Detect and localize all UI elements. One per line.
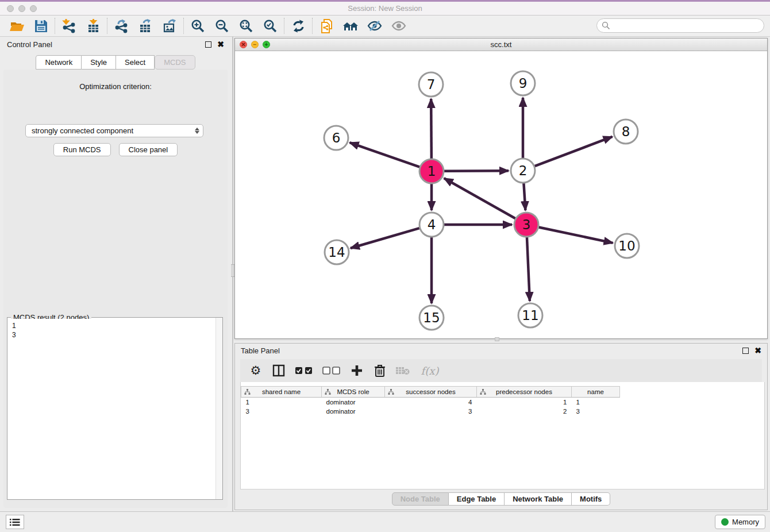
delete-row-button[interactable] bbox=[372, 363, 387, 378]
criterion-dropdown[interactable]: strongly connected component bbox=[25, 124, 203, 137]
column-view-button[interactable] bbox=[271, 363, 286, 378]
add-row-button[interactable] bbox=[349, 363, 364, 378]
column-header-MCDS-role[interactable]: MCDS role bbox=[322, 387, 385, 398]
table-cell[interactable]: 1 bbox=[572, 398, 620, 407]
memory-button[interactable]: Memory bbox=[715, 515, 765, 529]
float-panel-icon[interactable] bbox=[205, 41, 211, 48]
table-row[interactable]: 1dominator411 bbox=[241, 398, 620, 407]
edge-3-1[interactable] bbox=[444, 178, 515, 218]
main-toolbar bbox=[0, 16, 770, 37]
tab-style[interactable]: Style bbox=[82, 55, 116, 70]
edge-1-2[interactable] bbox=[444, 171, 509, 171]
delete-table-icon bbox=[395, 365, 410, 376]
refresh-icon bbox=[291, 18, 306, 34]
node-label-2: 2 bbox=[519, 163, 528, 178]
toolbar-separator bbox=[284, 18, 284, 34]
node-table-area[interactable]: shared nameMCDS rolesuccessor nodesprede… bbox=[240, 382, 765, 489]
tab-network[interactable]: Network bbox=[36, 55, 82, 70]
close-panel-icon[interactable]: ✖ bbox=[217, 41, 224, 48]
column-sort-icon bbox=[325, 389, 331, 395]
node-table[interactable]: shared nameMCDS rolesuccessor nodesprede… bbox=[241, 386, 620, 416]
column-header-shared-name[interactable]: shared name bbox=[241, 387, 322, 398]
save-floppy-icon bbox=[33, 18, 48, 33]
export-table-icon bbox=[138, 18, 153, 34]
table-cell[interactable]: 4 bbox=[385, 398, 477, 407]
table-cell[interactable]: dominator bbox=[322, 407, 385, 416]
table-cell[interactable]: 3 bbox=[572, 407, 620, 416]
edge-3-10[interactable] bbox=[539, 228, 613, 243]
export-table-button[interactable] bbox=[133, 17, 157, 35]
import-network-button[interactable] bbox=[57, 17, 81, 35]
zoom-fit-button[interactable] bbox=[234, 17, 258, 35]
graph-svg: 7968124314101511 bbox=[235, 51, 767, 339]
zoom-in-icon bbox=[190, 18, 206, 34]
column-header-predecessor-nodes[interactable]: predecessor nodes bbox=[477, 387, 572, 398]
open-session-button[interactable] bbox=[5, 17, 29, 35]
edge-1-7[interactable] bbox=[431, 99, 432, 159]
control-panel-title: Control Panel bbox=[7, 40, 205, 49]
table-row[interactable]: 3dominator323 bbox=[241, 407, 620, 416]
select-all-icon bbox=[295, 367, 313, 375]
column-header-name[interactable]: name bbox=[572, 387, 620, 398]
horizontal-splitter-handle[interactable] bbox=[495, 337, 499, 341]
column-header-successor-nodes[interactable]: successor nodes bbox=[385, 387, 477, 398]
column-header-label: MCDS role bbox=[337, 388, 369, 395]
tab-mcds[interactable]: MCDS bbox=[155, 55, 195, 70]
export-network-button[interactable] bbox=[109, 17, 133, 35]
control-panel-tabs: NetworkStyleSelectMCDS bbox=[0, 55, 231, 70]
clone-network-icon bbox=[319, 18, 334, 34]
mcds-result-list[interactable]: 13 bbox=[7, 319, 215, 499]
toolbar-separator bbox=[312, 18, 313, 34]
search-input[interactable] bbox=[610, 22, 764, 30]
edge-4-14[interactable] bbox=[351, 228, 419, 248]
task-history-button[interactable] bbox=[6, 515, 24, 529]
tab-network-table[interactable]: Network Table bbox=[505, 492, 572, 506]
run-mcds-button[interactable]: Run MCDS bbox=[53, 143, 111, 156]
zoom-out-icon bbox=[214, 18, 230, 34]
table-cell[interactable]: 3 bbox=[241, 407, 322, 416]
zoom-selected-button[interactable] bbox=[258, 17, 282, 35]
clone-network-button[interactable] bbox=[314, 17, 338, 35]
tab-select[interactable]: Select bbox=[116, 55, 155, 70]
select-all-button[interactable] bbox=[294, 363, 314, 378]
table-settings-button[interactable]: ⚙ bbox=[248, 363, 263, 378]
hide-graphics-details-button[interactable] bbox=[363, 17, 387, 35]
tab-edge-table[interactable]: Edge Table bbox=[449, 492, 505, 506]
import-table-button[interactable] bbox=[81, 17, 105, 35]
float-table-panel-icon[interactable] bbox=[742, 348, 749, 354]
status-bar: Memory bbox=[0, 511, 770, 532]
edge-3-11[interactable] bbox=[527, 237, 530, 301]
app-title: Session: New Session bbox=[0, 4, 770, 13]
table-cell[interactable]: dominator bbox=[322, 398, 385, 407]
table-cell[interactable]: 3 bbox=[385, 407, 477, 416]
refresh-button[interactable] bbox=[286, 17, 310, 35]
close-panel-button[interactable]: Close panel bbox=[119, 143, 178, 156]
edge-2-8[interactable] bbox=[535, 137, 613, 166]
deselect-all-button[interactable] bbox=[322, 363, 341, 378]
table-tabs: Node TableEdge TableNetwork TableMotifs bbox=[235, 492, 767, 506]
network-canvas[interactable]: 7968124314101511 bbox=[235, 51, 767, 338]
node-label-4: 4 bbox=[428, 217, 436, 232]
memory-label: Memory bbox=[732, 518, 759, 526]
node-label-1: 1 bbox=[428, 164, 436, 179]
tab-node-table[interactable]: Node Table bbox=[392, 492, 449, 506]
open-folder-icon bbox=[9, 18, 25, 34]
result-scrollbar[interactable] bbox=[215, 318, 222, 499]
table-header-row[interactable]: shared nameMCDS rolesuccessor nodesprede… bbox=[241, 387, 620, 398]
edge-2-3[interactable] bbox=[523, 183, 525, 210]
table-cell[interactable]: 2 bbox=[477, 407, 572, 416]
close-table-panel-icon[interactable]: ✖ bbox=[754, 348, 761, 354]
mcds-tab-content: Optimization criterion: strongly connect… bbox=[3, 70, 228, 508]
zoom-fit-icon bbox=[238, 18, 254, 34]
table-cell[interactable]: 1 bbox=[241, 398, 322, 407]
export-image-button[interactable] bbox=[157, 17, 182, 35]
network-window-titlebar[interactable]: ✕ − + scc.txt bbox=[235, 38, 767, 51]
zoom-in-button[interactable] bbox=[186, 17, 210, 35]
edge-1-6[interactable] bbox=[350, 142, 420, 167]
zoom-out-button[interactable] bbox=[210, 17, 234, 35]
home-button[interactable] bbox=[338, 17, 363, 35]
tab-motifs[interactable]: Motifs bbox=[572, 492, 610, 506]
save-session-button[interactable] bbox=[29, 17, 53, 35]
table-cell[interactable]: 1 bbox=[477, 398, 572, 407]
search-box[interactable] bbox=[596, 18, 764, 33]
